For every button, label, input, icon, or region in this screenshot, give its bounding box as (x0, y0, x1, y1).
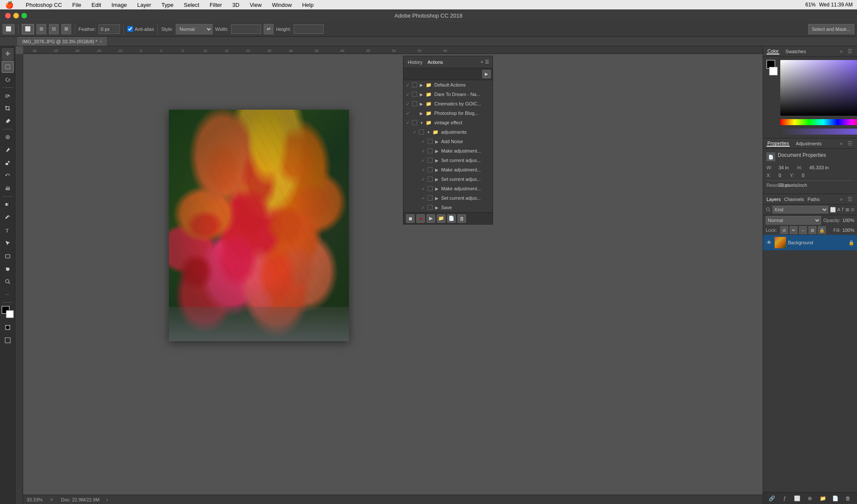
alpha-slider[interactable] (780, 129, 857, 135)
action-set-adj-3[interactable]: ✓ ▶ Set current adjus... (403, 193, 493, 203)
filter-icons[interactable]: ⬜ A T ⊞ ⊙ (830, 207, 854, 213)
color-tab[interactable]: Color (767, 48, 779, 54)
menu-window[interactable]: Window (270, 2, 293, 8)
layer-effects-btn[interactable]: ƒ (780, 494, 789, 503)
expand-panel-btn[interactable]: » (481, 59, 483, 65)
swatches-tab[interactable]: Swatches (785, 49, 807, 54)
screen-mode[interactable] (2, 334, 14, 346)
panel-menu-btn4[interactable]: ☰ (848, 196, 854, 202)
zoom-tool[interactable] (2, 276, 14, 288)
crop-tool[interactable] (2, 102, 14, 114)
text-tool[interactable]: T (2, 224, 14, 236)
layer-background[interactable]: 👁 Background 🔒 (763, 235, 857, 250)
hue-slider[interactable] (780, 119, 857, 125)
menu-edit[interactable]: Edit (90, 2, 103, 8)
action-dare-to-dream[interactable]: ✓ ▶ 📁 Dare To Dream - Na... (403, 90, 493, 99)
canvas-area[interactable]: -30 -25 -20 -15 -10 -5 0 5 10 15 20 25 3… (15, 46, 763, 504)
layer-visibility-btn[interactable]: 👁 (766, 239, 773, 246)
close-button[interactable] (5, 13, 11, 18)
panel-menu-btn3[interactable]: ☰ (848, 141, 854, 147)
menu-type[interactable]: Type (160, 2, 175, 8)
quick-selection-tool[interactable] (2, 90, 14, 102)
hand-tool[interactable] (2, 263, 14, 275)
actions-tab[interactable]: Actions (427, 60, 444, 65)
adjustment-layer-btn[interactable]: ⊕ (806, 494, 814, 503)
lock-artboard-btn[interactable]: ⊞ (809, 226, 816, 234)
opacity-value[interactable]: 100% (842, 218, 854, 223)
panel-expand-btn2[interactable]: » (840, 141, 846, 147)
swap-dimensions-btn[interactable]: ⇌ (264, 24, 274, 34)
new-action-btn[interactable]: 📄 (447, 214, 456, 223)
layers-tab[interactable]: Layers (767, 197, 781, 202)
lock-all-btn[interactable]: 🔒 (818, 226, 826, 234)
action-set-adj-2[interactable]: ✓ ▶ Set current adjus... (403, 174, 493, 184)
action-make-adj-1[interactable]: ✓ ▶ Make adjustment... (403, 146, 493, 156)
channels-tab[interactable]: Channels (784, 197, 804, 202)
tool-preset-btn[interactable]: ⬜ (3, 24, 15, 34)
add-selection-btn[interactable]: ⊞ (36, 24, 46, 34)
panel-menu-btn[interactable]: ☰ (485, 59, 489, 65)
action-adjustments-group[interactable]: ✓ ▾ 📁 adjustments (403, 127, 493, 137)
path-selection-tool[interactable] (2, 237, 14, 249)
new-selection-btn[interactable]: ⬜ (22, 24, 34, 34)
intersect-selection-btn[interactable]: ⊠ (61, 24, 71, 34)
menu-select[interactable]: Select (182, 2, 201, 8)
panel-expand-btn[interactable]: » (840, 48, 846, 54)
delete-action-btn[interactable]: 🗑 (457, 214, 466, 223)
action-cinematics[interactable]: ✓ ▶ 📁 Cinematics by GOIC... (403, 99, 493, 108)
blend-mode-select[interactable]: Normal (766, 216, 821, 225)
menu-photoshop[interactable]: Photoshop CC (24, 2, 64, 8)
action-set-adj-1[interactable]: ✓ ▶ Set current adjus... (403, 156, 493, 165)
bg-color-swatch[interactable] (769, 67, 778, 75)
extra-tools[interactable]: ··· (2, 288, 14, 300)
move-tool[interactable] (2, 48, 14, 60)
select-mask-btn[interactable]: Select and Mask... (808, 24, 855, 34)
new-layer-btn[interactable]: 📄 (831, 494, 840, 503)
height-input[interactable] (294, 24, 324, 34)
menu-layer[interactable]: Layer (135, 2, 153, 8)
action-save[interactable]: ✓ ▶ Save (403, 203, 493, 212)
action-photoshop-blog[interactable]: ✓ ▶ 📁 Photoshop for Blog... (403, 108, 493, 118)
paths-tab[interactable]: Paths (808, 197, 820, 202)
action-make-adj-2[interactable]: ✓ ▶ Make adjustment... (403, 165, 493, 174)
eyedropper-tool[interactable] (2, 115, 14, 127)
fill-value[interactable]: 100% (842, 228, 854, 233)
color-swatches[interactable] (2, 306, 14, 318)
brush-tool[interactable] (2, 144, 14, 156)
begin-recording-btn[interactable]: ● (416, 214, 425, 223)
menu-help[interactable]: Help (301, 2, 316, 8)
panel-menu-btn2[interactable]: ☰ (848, 48, 854, 54)
lock-transparent-btn[interactable]: ✏ (790, 226, 797, 234)
rectangular-marquee-tool[interactable] (2, 61, 14, 73)
eraser-tool[interactable] (2, 183, 14, 195)
minimize-button[interactable] (13, 13, 19, 18)
healing-brush-tool[interactable] (2, 131, 14, 143)
quick-mask-mode[interactable] (2, 321, 14, 333)
properties-tab[interactable]: Properties (767, 141, 790, 147)
shape-tool[interactable] (2, 250, 14, 262)
maximize-button[interactable] (21, 13, 27, 18)
document-tab[interactable]: IMG_2076.JPG @ 33.3% (RGB/8) * × (17, 37, 108, 46)
panel-expand-btn3[interactable]: » (840, 196, 846, 202)
delete-layer-btn[interactable]: 🗑 (844, 494, 852, 503)
doc-info-arrow[interactable]: › (106, 497, 108, 502)
new-set-btn[interactable]: 📁 (437, 214, 445, 223)
menu-image[interactable]: Image (110, 2, 129, 8)
play-btn[interactable]: ▶ (427, 214, 435, 223)
history-tab[interactable]: History (407, 60, 423, 65)
color-fg-bg[interactable] (767, 60, 778, 75)
width-input[interactable] (231, 24, 261, 34)
menu-3d[interactable]: 3D (231, 2, 241, 8)
action-vintage-effect[interactable]: ✓ ▾ 📁 vintage effect (403, 118, 493, 127)
canvas-content[interactable] (23, 54, 763, 494)
layer-kind-filter[interactable]: Kind (773, 206, 828, 213)
action-make-adj-3[interactable]: ✓ ▶ Make adjustment... (403, 184, 493, 193)
stop-recording-btn[interactable]: ⏹ (406, 214, 415, 223)
history-brush-tool[interactable] (2, 170, 14, 182)
action-add-noise[interactable]: ✓ ▶ Add Noise (403, 137, 493, 146)
group-layers-btn[interactable]: 📁 (818, 494, 827, 503)
apple-menu[interactable]: 🍎 (3, 1, 15, 9)
menu-view[interactable]: View (248, 2, 263, 8)
menu-filter[interactable]: Filter (208, 2, 224, 8)
color-gradient-picker[interactable] (780, 60, 857, 116)
